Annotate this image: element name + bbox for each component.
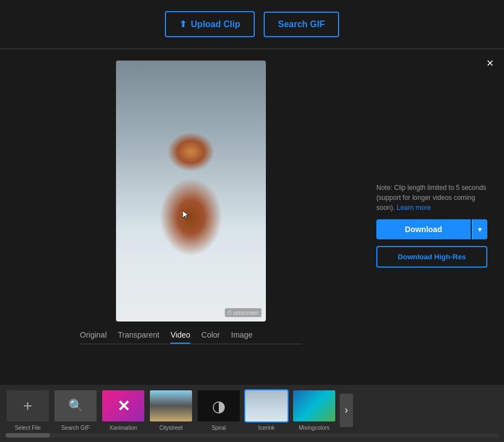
thumb-label-xanimation: Xanimation <box>109 425 137 431</box>
thumb-label-citystreet: Citystreet <box>159 425 183 431</box>
cursor <box>183 210 191 222</box>
thumb-spiral-content: ◑ <box>198 390 240 421</box>
svg-marker-0 <box>183 210 189 219</box>
spiral-icon: ◑ <box>212 397 225 415</box>
thumb-icerink-content <box>245 390 288 421</box>
thumbnail-box-search: 🔍 <box>53 389 98 423</box>
thumb-select-content: + <box>7 390 49 421</box>
chevron-down-icon: ▾ <box>478 225 482 234</box>
close-icon: × <box>487 56 494 71</box>
tab-image[interactable]: Image <box>231 330 253 344</box>
main-area: × © unscreen Original Transp <box>0 49 504 355</box>
x-icon: ✕ <box>117 397 130 415</box>
thumbnail-spiral[interactable]: ◑ Spiral <box>196 389 241 431</box>
tabs-container: Original Transparent Video Color Image <box>80 330 302 344</box>
download-group: Download ▾ <box>376 219 487 239</box>
tab-transparent[interactable]: Transparent <box>118 330 159 344</box>
thumbnail-strip: + Select File 🔍 Search GIF ✕ Xanimation <box>0 385 504 442</box>
thumbnail-box-mixingcolors <box>292 389 336 423</box>
thumbnail-search-gif[interactable]: 🔍 Search GIF <box>53 389 98 431</box>
next-arrow-button[interactable]: › <box>340 394 353 427</box>
thumb-label-icerink: Icerink <box>258 425 274 431</box>
watermark: © unscreen <box>225 308 261 317</box>
search-gif-label: Search GIF <box>278 19 325 29</box>
download-arrow-button[interactable]: ▾ <box>472 219 487 239</box>
thumb-xanimation-content: ✕ <box>102 390 144 421</box>
thumbnail-box-select: + <box>6 389 50 423</box>
thumbnail-xanimation[interactable]: ✕ Xanimation <box>101 389 145 431</box>
tab-video[interactable]: Video <box>170 330 190 344</box>
upload-icon: ⬆ <box>179 19 187 29</box>
upload-label: Upload Clip <box>191 19 240 29</box>
tab-original[interactable]: Original <box>80 330 107 344</box>
thumbnail-box-spiral: ◑ <box>196 389 241 423</box>
tab-color[interactable]: Color <box>201 330 220 344</box>
thumb-label-spiral: Spiral <box>211 425 226 431</box>
chevron-right-icon: › <box>345 404 348 416</box>
thumb-label-mixingcolors: Mixingcolors <box>299 425 330 431</box>
search-gif-button[interactable]: Search GIF <box>264 12 339 37</box>
thumb-citystreet-content <box>150 390 192 421</box>
search-icon: 🔍 <box>68 399 83 413</box>
thumbnail-box-icerink <box>244 389 289 423</box>
scroll-thumb[interactable] <box>6 433 50 438</box>
video-preview: © unscreen <box>116 61 266 322</box>
right-panel: Note: Clip length limited to 5 seconds (… <box>376 61 487 344</box>
preview-section: © unscreen Original Transparent Video Co… <box>17 61 365 344</box>
thumbnail-scroll: + Select File 🔍 Search GIF ✕ Xanimation <box>6 389 498 431</box>
header: ⬆ Upload Clip Search GIF <box>0 0 504 49</box>
thumb-label-search: Search GIF <box>61 425 89 431</box>
note-text: Note: Clip length limited to 5 seconds (… <box>376 183 487 213</box>
thumb-label-select: Select File <box>15 425 41 431</box>
thumbnail-icerink[interactable]: Icerink <box>244 389 289 431</box>
upload-clip-button[interactable]: ⬆ Upload Clip <box>165 11 255 37</box>
plus-icon: + <box>23 397 32 415</box>
thumb-search-content: 🔍 <box>54 390 97 421</box>
video-frame <box>116 61 266 322</box>
learn-more-link[interactable]: Learn more <box>397 204 431 212</box>
download-highres-button[interactable]: Download High-Res <box>376 246 487 268</box>
thumbnail-mixingcolors[interactable]: Mixingcolors <box>292 389 336 431</box>
thumbnail-box-citystreet <box>149 389 193 423</box>
thumbnail-citystreet[interactable]: Citystreet <box>149 389 193 431</box>
thumbnail-select-file[interactable]: + Select File <box>6 389 50 431</box>
close-button[interactable]: × <box>482 55 498 72</box>
thumb-mixingcolors-content <box>293 390 335 421</box>
thumbnail-box-xanimation: ✕ <box>101 389 145 423</box>
scroll-track[interactable] <box>6 433 498 438</box>
download-button[interactable]: Download <box>376 219 471 239</box>
